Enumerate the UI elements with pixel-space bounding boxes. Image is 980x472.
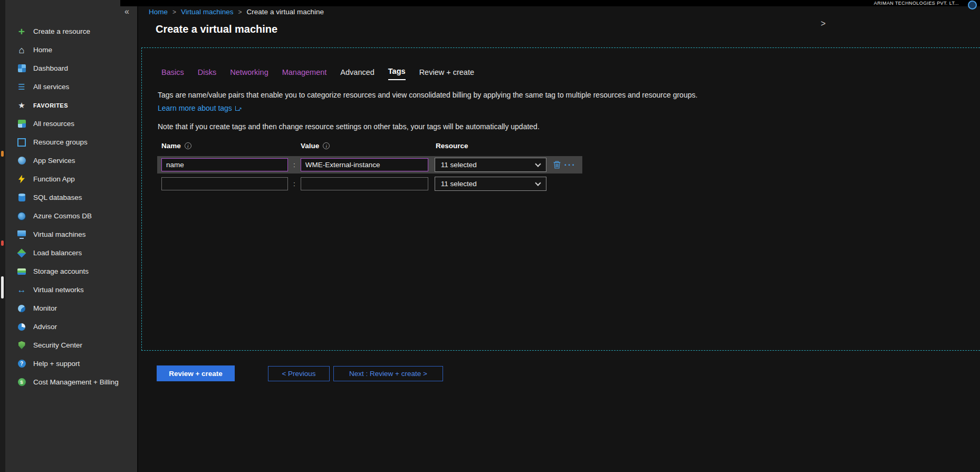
tags-note: Note that if you create tags and then ch…	[158, 122, 980, 131]
breadcrumb-create-a-virtual-machine: Create a virtual machine	[247, 8, 324, 16]
tags-description: Tags are name/value pairs that enable yo…	[158, 89, 718, 115]
tag-name-input[interactable]	[161, 177, 288, 190]
sidebar-item-sql-databases[interactable]: SQL databases	[5, 188, 137, 207]
breadcrumb-home[interactable]: Home	[149, 8, 168, 16]
tab-management[interactable]: Management	[282, 68, 327, 80]
sidebar-item-dashboard[interactable]: Dashboard	[5, 59, 137, 78]
vnet-icon	[17, 285, 26, 295]
sidebar-item-label: Dashboard	[33, 64, 68, 72]
security-icon	[17, 341, 26, 350]
sql-icon	[17, 193, 26, 203]
appservices-icon	[17, 156, 26, 166]
sidebar-item-label: Load balancers	[33, 249, 82, 257]
review-create-button[interactable]: Review + create	[157, 365, 235, 381]
resource-column-header: Resource	[436, 142, 468, 150]
sidebar-item-favorites: FAVORITES	[5, 96, 137, 114]
colon-separator: :	[293, 180, 295, 188]
sidebar-item-label: All resources	[33, 120, 74, 128]
sidebar-item-virtual-networks[interactable]: Virtual networks	[5, 281, 137, 299]
sidebar-item-cost-management-billing[interactable]: Cost Management + Billing	[5, 373, 137, 391]
info-icon[interactable]	[323, 142, 330, 149]
chevron-down-icon	[535, 161, 541, 167]
tag-name-input[interactable]	[161, 158, 288, 171]
resource-select[interactable]: 11 selected	[435, 158, 546, 172]
external-link-icon	[235, 105, 241, 111]
plus-icon	[17, 27, 26, 36]
previous-button[interactable]: < Previous	[268, 366, 330, 381]
sidebar-item-label: SQL databases	[33, 194, 82, 201]
sidebar-item-storage-accounts[interactable]: Storage accounts	[5, 262, 137, 281]
sidebar-item-create-a-resource[interactable]: Create a resource	[5, 22, 137, 41]
storage-icon	[17, 267, 26, 276]
resource-select[interactable]: 11 selected	[435, 177, 546, 191]
learn-more-link[interactable]: Learn more about tags	[158, 104, 232, 112]
sidebar-item-advisor[interactable]: Advisor	[5, 317, 137, 336]
advisor-icon	[17, 322, 26, 332]
sidebar-item-label: Monitor	[33, 304, 57, 312]
tab-review-create[interactable]: Review + create	[419, 68, 474, 80]
more-options-button[interactable]: ···	[564, 162, 576, 168]
sidebar-item-azure-cosmos-db[interactable]: Azure Cosmos DB	[5, 207, 137, 225]
breadcrumb-virtual-machines[interactable]: Virtual machines	[181, 8, 234, 16]
dashboard-icon	[17, 64, 26, 73]
tag-value-input[interactable]	[301, 158, 428, 171]
tab-advanced[interactable]: Advanced	[340, 68, 374, 80]
sidebar-item-label: Help + support	[33, 360, 80, 368]
sidebar-item-label: Virtual networks	[33, 286, 84, 294]
sidebar-item-function-app[interactable]: Function App	[5, 170, 137, 188]
tags-table-header: Name Value Resource	[157, 140, 582, 156]
main-content: Home>Virtual machines>Create a virtual m…	[137, 0, 980, 472]
sidebar-item-label: Create a resource	[33, 27, 90, 35]
sidebar-item-label: All services	[33, 83, 69, 91]
sidebar-item-load-balancers[interactable]: Load balancers	[5, 244, 137, 262]
breadcrumb-separator: >	[238, 8, 242, 16]
tenant-name: ARIMAN TECHNOLOGIES PVT. LT...	[874, 1, 959, 6]
info-icon[interactable]	[185, 142, 191, 149]
sidebar-collapse-button[interactable]: «	[124, 7, 129, 16]
function-icon	[17, 175, 26, 184]
avatar[interactable]	[968, 1, 977, 9]
tab-disks[interactable]: Disks	[198, 68, 216, 80]
monitor-icon	[17, 304, 26, 313]
sidebar-item-home[interactable]: Home	[5, 41, 137, 59]
sidebar-item-label: FAVORITES	[33, 102, 68, 109]
sidebar-item-label: Advisor	[33, 323, 57, 331]
services-icon	[17, 82, 26, 92]
help-icon	[17, 359, 26, 369]
tab-networking[interactable]: Networking	[230, 68, 268, 80]
wizard-tabs: BasicsDisksNetworkingManagementAdvancedT…	[161, 67, 980, 80]
groups-icon	[17, 138, 26, 147]
sidebar-item-all-services[interactable]: All services	[5, 78, 137, 96]
name-column-header: Name	[161, 142, 181, 150]
sidebar-item-virtual-machines[interactable]: Virtual machines	[5, 225, 137, 244]
sidebar-item-help-support[interactable]: Help + support	[5, 354, 137, 373]
breadcrumb-separator: >	[172, 8, 176, 16]
sidebar-item-app-services[interactable]: App Services	[5, 151, 137, 170]
lb-icon	[17, 248, 26, 258]
sidebar-item-label: Cost Management + Billing	[33, 378, 119, 386]
trash-icon	[553, 161, 561, 169]
cosmos-icon	[17, 211, 26, 221]
sidebar-item-label: Storage accounts	[33, 267, 89, 275]
resources-icon	[17, 119, 26, 129]
sidebar-item-label: App Services	[33, 157, 75, 165]
next-button[interactable]: Next : Review + create >	[333, 366, 443, 381]
colon-separator: :	[293, 161, 295, 169]
edge-marker-active	[1, 276, 4, 298]
sidebar-item-label: Virtual machines	[33, 230, 86, 238]
sidebar-item-all-resources[interactable]: All resources	[5, 114, 137, 133]
sidebar-item-resource-groups[interactable]: Resource groups	[5, 133, 137, 151]
chevron-right-icon[interactable]: >	[821, 19, 825, 28]
resource-select-value: 11 selected	[441, 161, 477, 169]
tab-tags[interactable]: Tags	[388, 67, 406, 80]
tag-value-input[interactable]	[301, 177, 428, 190]
sidebar-item-security-center[interactable]: Security Center	[5, 336, 137, 354]
sidebar-item-label: Function App	[33, 175, 75, 183]
cost-icon	[17, 378, 26, 387]
sidebar-item-monitor[interactable]: Monitor	[5, 299, 137, 317]
tab-basics[interactable]: Basics	[161, 68, 184, 80]
chevron-down-icon	[535, 180, 541, 186]
sidebar-item-label: Resource groups	[33, 138, 88, 146]
sidebar: « Create a resource Home Dashboard All s…	[5, 0, 137, 472]
delete-tag-button[interactable]	[553, 161, 561, 169]
